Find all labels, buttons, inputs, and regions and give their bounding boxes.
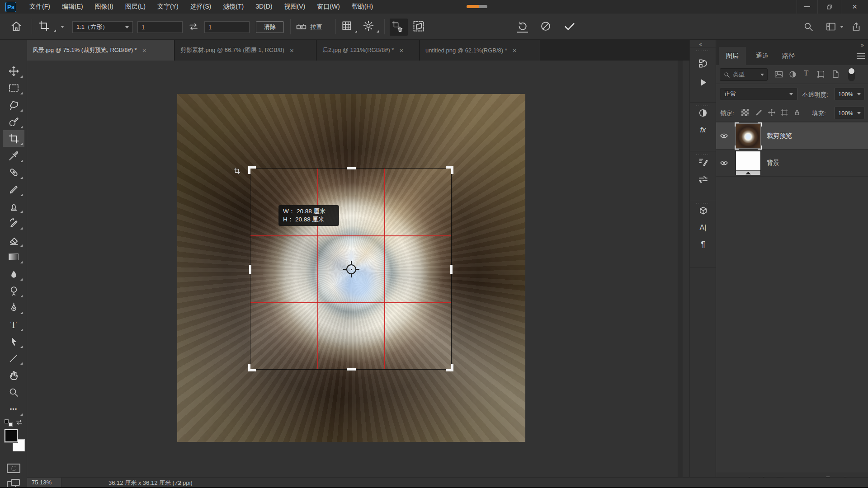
tab-fengjing[interactable]: 风景.jpg @ 75.1% (裁剪预览, RGB/8#) * × bbox=[27, 40, 175, 61]
lock-pixels-button[interactable] bbox=[755, 108, 763, 117]
crop-settings-button[interactable] bbox=[363, 20, 381, 34]
tool-history-brush[interactable] bbox=[3, 215, 24, 231]
screen-mode-button[interactable] bbox=[7, 479, 20, 488]
panel-collapse-icon[interactable]: » bbox=[861, 42, 864, 48]
crop-handle-top-right[interactable] bbox=[446, 166, 453, 174]
menu-3d[interactable]: 3D(D) bbox=[250, 0, 278, 13]
layer-row-crop-preview[interactable]: 裁剪预览 bbox=[716, 122, 868, 150]
tool-blur[interactable] bbox=[3, 266, 24, 282]
zoom-level-field[interactable]: 75.13% bbox=[27, 478, 61, 487]
crop-handle-bottom[interactable] bbox=[347, 368, 356, 371]
tool-hand[interactable] bbox=[3, 367, 24, 384]
lock-all-button[interactable] bbox=[793, 108, 801, 117]
lock-transparency-button[interactable] bbox=[741, 109, 749, 116]
document-image[interactable] bbox=[177, 94, 525, 442]
tool-lasso[interactable] bbox=[3, 97, 24, 113]
panel-adjustments-button[interactable] bbox=[698, 108, 708, 118]
opacity-select[interactable]: 100% bbox=[835, 88, 864, 100]
close-button[interactable]: × bbox=[841, 0, 868, 14]
dock-expand-icon[interactable]: « bbox=[699, 41, 702, 47]
panel-brushes-button[interactable] bbox=[698, 174, 708, 184]
straighten-button[interactable]: 拉直 bbox=[296, 21, 322, 33]
tab-paths[interactable]: 路径 bbox=[775, 47, 802, 65]
panel-menu-icon[interactable] bbox=[857, 53, 865, 59]
tool-path-selection[interactable] bbox=[3, 333, 24, 350]
tab-hou2[interactable]: 后2.jpg @ 121%(RGB/8#) * × bbox=[317, 40, 420, 61]
menu-select[interactable]: 选择(S) bbox=[184, 0, 217, 14]
tool-crop[interactable] bbox=[3, 130, 24, 147]
filter-adjustment-layers-button[interactable] bbox=[788, 70, 797, 79]
panel-styles-button[interactable]: fx bbox=[698, 125, 708, 136]
overlay-grid-button[interactable] bbox=[341, 20, 359, 34]
tab-close-icon[interactable]: × bbox=[290, 47, 294, 54]
layer-row-background[interactable]: 背景 bbox=[716, 150, 868, 177]
layer-name[interactable]: 背景 bbox=[767, 159, 779, 167]
lock-position-button[interactable] bbox=[768, 108, 776, 117]
home-button[interactable] bbox=[10, 20, 23, 33]
tool-zoom[interactable] bbox=[3, 384, 24, 400]
swap-dimensions-button[interactable] bbox=[188, 21, 199, 32]
menu-file[interactable]: 文件(F) bbox=[24, 0, 56, 14]
search-button[interactable] bbox=[803, 21, 814, 32]
tab-close-icon[interactable]: × bbox=[142, 47, 146, 54]
tab-untitled[interactable]: untitled.png @ 62.1%(RGB/8) * × bbox=[420, 40, 540, 61]
lock-artboard-button[interactable] bbox=[780, 108, 788, 117]
crop-handle-top[interactable] bbox=[347, 167, 356, 169]
edit-toolbar-button[interactable]: ••• bbox=[3, 401, 24, 418]
status-chevron-icon[interactable]: › bbox=[179, 478, 181, 486]
commit-crop-button[interactable] bbox=[563, 20, 576, 33]
swap-colors-button[interactable] bbox=[15, 418, 23, 426]
crop-handle-top-left[interactable] bbox=[248, 166, 256, 174]
filter-pixel-layers-button[interactable] bbox=[774, 70, 783, 79]
workspace-switcher[interactable] bbox=[826, 21, 844, 32]
aspect-ratio-select[interactable]: 1:1（方形） bbox=[72, 21, 133, 33]
canvas-scrollbar[interactable] bbox=[678, 61, 683, 477]
menu-window[interactable]: 窗口(W) bbox=[311, 0, 346, 14]
layer-name[interactable]: 裁剪预览 bbox=[767, 132, 792, 140]
filter-shape-layers-button[interactable] bbox=[816, 70, 825, 79]
tab-jianyingsucai[interactable]: 剪影素材.png @ 66.7% (图层 1, RGB/8) × bbox=[175, 40, 316, 61]
menu-filter[interactable]: 滤镜(T) bbox=[217, 0, 250, 14]
quick-mask-button[interactable] bbox=[7, 464, 20, 473]
crop-width-input[interactable] bbox=[137, 21, 183, 33]
panel-properties-button[interactable] bbox=[698, 205, 708, 216]
tool-brush[interactable] bbox=[3, 181, 24, 198]
restore-button[interactable] bbox=[817, 0, 841, 14]
crop-center-crosshair[interactable] bbox=[343, 261, 359, 277]
tool-pen[interactable] bbox=[3, 299, 24, 316]
menu-view[interactable]: 视图(V) bbox=[278, 0, 311, 14]
crop-handle-bottom-left[interactable] bbox=[248, 364, 256, 371]
crop-handle-bottom-right[interactable] bbox=[446, 364, 453, 371]
tool-spot-healing[interactable] bbox=[3, 164, 24, 181]
crop-height-input[interactable] bbox=[204, 21, 250, 33]
tool-dodge[interactable] bbox=[3, 282, 24, 299]
tool-eyedropper[interactable] bbox=[3, 147, 24, 164]
layer-filter-search[interactable]: 类型 bbox=[720, 68, 768, 81]
blend-mode-select[interactable]: 正常 bbox=[720, 88, 797, 100]
layer-visibility-toggle[interactable] bbox=[716, 131, 731, 140]
tab-close-icon[interactable]: × bbox=[399, 47, 403, 54]
filter-type-layers-button[interactable]: T bbox=[804, 69, 808, 78]
crop-box[interactable] bbox=[250, 168, 452, 370]
ps-logo[interactable]: Ps bbox=[5, 2, 16, 12]
tab-layers[interactable]: 图层 bbox=[719, 47, 746, 65]
panel-history-button[interactable] bbox=[698, 58, 708, 69]
panel-paragraph-button[interactable]: ¶ bbox=[698, 239, 708, 250]
panel-character-button[interactable]: A| bbox=[698, 222, 708, 233]
tool-clone-stamp[interactable] bbox=[3, 198, 24, 215]
crop-handle-right[interactable] bbox=[450, 265, 453, 274]
foreground-color-swatch[interactable] bbox=[5, 429, 18, 442]
layer-thumbnail[interactable] bbox=[736, 124, 760, 148]
menu-help[interactable]: 帮助(H) bbox=[346, 0, 379, 14]
canvas-area[interactable]: W： 20.88 厘米 H： 20.88 厘米 bbox=[27, 61, 684, 477]
tool-rectangular-marquee[interactable] bbox=[3, 80, 24, 96]
layer-visibility-toggle[interactable] bbox=[716, 159, 731, 167]
minimize-button[interactable] bbox=[797, 0, 817, 14]
menu-type[interactable]: 文字(Y) bbox=[151, 0, 184, 14]
panel-brush-settings-button[interactable] bbox=[698, 156, 708, 167]
fill-select[interactable]: 100% bbox=[835, 107, 864, 119]
tool-eraser[interactable] bbox=[3, 232, 24, 249]
menu-layer[interactable]: 图层(L) bbox=[119, 0, 151, 14]
content-aware-toggle[interactable] bbox=[412, 20, 430, 34]
tool-line[interactable] bbox=[3, 350, 24, 366]
